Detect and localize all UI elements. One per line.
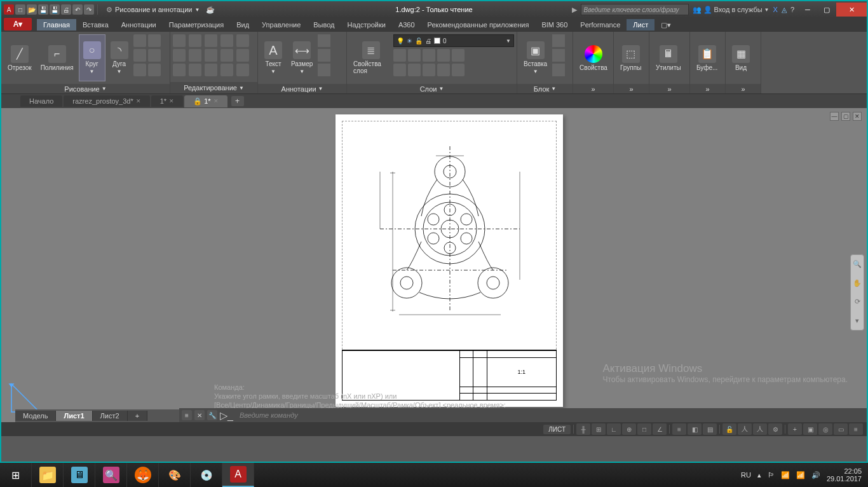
vp-min-icon[interactable]: — xyxy=(830,112,839,121)
tab-a360[interactable]: A360 xyxy=(392,19,421,31)
app-button-1[interactable]: 🖥 xyxy=(64,463,95,487)
status-osnap-icon[interactable]: □ xyxy=(637,423,651,435)
line-button[interactable]: ╱Отрезок xyxy=(4,34,36,81)
status-grid-icon[interactable]: ╫ xyxy=(576,423,590,435)
copy-icon[interactable] xyxy=(173,49,186,62)
vp-max-icon[interactable]: ▢ xyxy=(841,112,850,121)
block-tool-2[interactable] xyxy=(552,49,565,62)
arc-button[interactable]: ◝Дуга▼ xyxy=(107,34,132,81)
block-insert-button[interactable]: ▣Вставка▼ xyxy=(520,34,551,81)
layer-tool-1[interactable] xyxy=(393,49,406,62)
layout-tab-add[interactable]: + xyxy=(128,411,147,421)
app-logo[interactable]: A▾ xyxy=(4,18,32,31)
status-qp-icon[interactable]: ▤ xyxy=(703,423,717,435)
status-ortho-icon[interactable]: ∟ xyxy=(607,423,621,435)
saveas-icon[interactable]: 💾 xyxy=(50,4,60,15)
layer-tool-8[interactable] xyxy=(423,64,435,76)
tab-output[interactable]: Вывод xyxy=(307,19,341,31)
search-input[interactable]: Введите ключевое слово/фразу xyxy=(581,4,689,15)
fillet-icon[interactable] xyxy=(205,49,217,62)
close-icon[interactable]: ✕ xyxy=(169,98,174,104)
layer-props-button[interactable]: ≣Свойства слоя xyxy=(349,34,392,81)
maximize-button[interactable]: ▢ xyxy=(817,3,836,17)
layer-tool-9[interactable] xyxy=(437,64,450,76)
tab-parametric[interactable]: Параметризация xyxy=(163,19,230,31)
status-iso-icon[interactable]: ▣ xyxy=(803,423,817,435)
tray-up-icon[interactable]: ▴ xyxy=(757,471,761,479)
save-icon[interactable]: 💾 xyxy=(38,4,48,15)
status-annovis-icon[interactable]: 人 xyxy=(738,423,752,435)
status-ws-icon[interactable]: ⚙ xyxy=(768,423,782,435)
status-clean-icon[interactable]: ▭ xyxy=(834,423,848,435)
array-icon[interactable] xyxy=(220,49,233,62)
doc-tab-1[interactable]: 1*✕ xyxy=(151,95,183,107)
close-button[interactable]: ✕ xyxy=(836,3,867,17)
workspace-switcher[interactable]: ⚙ Рисование и аннотации ▼ xyxy=(102,6,203,14)
layer-tool-3[interactable] xyxy=(423,49,435,62)
command-input[interactable]: Введите команду xyxy=(236,411,864,419)
cmd-tool-icon[interactable]: 🔧 xyxy=(207,410,217,420)
tab-addins[interactable]: Надстройки xyxy=(341,19,392,31)
firefox-button[interactable]: 🦊 xyxy=(127,463,159,487)
close-icon[interactable]: ✕ xyxy=(136,98,141,104)
scale-icon[interactable] xyxy=(189,64,201,76)
tray-wifi-icon[interactable]: 📶 xyxy=(796,471,805,479)
cmd-history-icon[interactable]: ≡ xyxy=(182,410,192,420)
tab-view[interactable]: Вид xyxy=(230,19,255,31)
explorer-button[interactable]: 📁 xyxy=(32,463,64,487)
open-icon[interactable]: 📂 xyxy=(27,4,37,15)
new-icon[interactable]: □ xyxy=(15,4,25,15)
tray-lang[interactable]: RU xyxy=(741,471,751,479)
leader-icon[interactable] xyxy=(318,34,330,47)
zoom-extents-icon[interactable]: 🔍 xyxy=(852,259,862,270)
start-button[interactable]: ⊞ xyxy=(0,463,32,487)
tab-performance[interactable]: Performance xyxy=(574,19,627,31)
status-polar-icon[interactable]: ⊕ xyxy=(622,423,636,435)
join-icon[interactable] xyxy=(236,64,249,76)
block-tool-1[interactable] xyxy=(552,34,565,47)
tray-clock[interactable]: 22:05 29.01.2017 xyxy=(827,467,862,483)
offset-icon[interactable] xyxy=(236,49,249,62)
layer-combo[interactable]: 💡 ☀ 🔓 🖨 0 ▼ xyxy=(393,34,514,47)
doc-tab-start[interactable]: Начало xyxy=(20,95,62,107)
trim-icon[interactable] xyxy=(205,34,217,47)
tab-recommended[interactable]: Рекомендованные приложения xyxy=(421,19,536,31)
help-icon[interactable]: ? xyxy=(790,6,794,13)
vp-close-icon[interactable]: ✕ xyxy=(853,112,862,121)
teapot-icon[interactable]: ☕ xyxy=(206,6,215,14)
status-hw-icon[interactable]: ◎ xyxy=(818,423,832,435)
ellipse-icon[interactable] xyxy=(133,49,146,62)
view-button[interactable]: ▦Вид xyxy=(728,34,754,81)
erase-icon[interactable] xyxy=(220,34,233,47)
paint-button[interactable]: 🎨 xyxy=(159,463,191,487)
layout-tab-model[interactable]: Модель xyxy=(15,411,56,421)
layout-tab-list2[interactable]: Лист2 xyxy=(93,411,128,421)
mirror-icon[interactable] xyxy=(189,49,201,62)
groups-button[interactable]: ⬚Группы xyxy=(616,34,645,81)
cmd-close-icon[interactable]: ✕ xyxy=(194,410,205,420)
a360-icon[interactable]: ◬ xyxy=(782,6,787,14)
canvas-area[interactable]: — ▢ ✕ xyxy=(1,108,867,422)
tab-home[interactable]: Главная xyxy=(37,19,76,31)
new-tab-button[interactable]: + xyxy=(231,96,244,106)
layer-tool-10[interactable] xyxy=(452,64,465,76)
text-button[interactable]: AТекст▼ xyxy=(261,34,286,81)
hatch-icon[interactable] xyxy=(148,49,161,62)
polyline-button[interactable]: ⌐Полилиния xyxy=(37,34,78,81)
poly-icon[interactable] xyxy=(148,34,161,47)
tray-volume-icon[interactable]: 🔊 xyxy=(811,471,820,479)
status-custom-icon[interactable]: ≡ xyxy=(849,423,863,435)
redo-icon[interactable]: ↷ xyxy=(84,4,94,15)
login-button[interactable]: 👥 👤 Вход в службы ▼ xyxy=(693,6,770,14)
minimize-button[interactable]: ─ xyxy=(798,3,817,17)
undo-icon[interactable]: ↶ xyxy=(72,4,83,15)
media-button[interactable]: 💿 xyxy=(191,463,222,487)
layer-tool-4[interactable] xyxy=(437,49,450,62)
layout-tab-list1[interactable]: Лист1 xyxy=(56,411,92,421)
orbit-icon[interactable]: ⟳ xyxy=(852,297,862,307)
tray-network-icon[interactable]: 📶 xyxy=(781,471,790,479)
layer-tool-5[interactable] xyxy=(452,49,465,62)
doc-tab-1-locked[interactable]: 🔒 1*✕ xyxy=(184,95,227,107)
nav-more-icon[interactable]: ▾ xyxy=(852,315,862,326)
tab-extra[interactable]: ▢▾ xyxy=(654,19,677,31)
